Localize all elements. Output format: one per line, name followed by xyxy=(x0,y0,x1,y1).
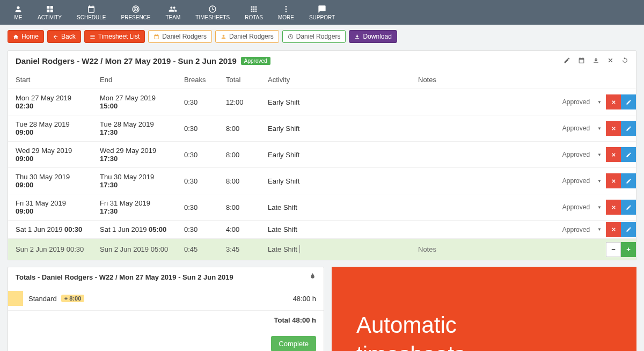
row-delete-button[interactable] xyxy=(606,147,621,162)
refresh-action[interactable] xyxy=(621,57,628,65)
calendar-action[interactable] xyxy=(578,57,585,65)
pencil-icon xyxy=(626,126,632,131)
totals-title: Totals - Daniel Rodgers - W22 / Mon 27 M… xyxy=(16,273,233,281)
status-dropdown[interactable]: Approved ▼ xyxy=(562,151,602,158)
nav-timesheets[interactable]: TIMESHEETS xyxy=(188,0,237,25)
row-edit-button[interactable] xyxy=(621,200,636,215)
close-icon xyxy=(611,204,617,210)
status-dropdown[interactable]: Approved ▼ xyxy=(562,125,602,132)
table-row: Mon 27 May 2019 02:30Mon 27 May 2019 15:… xyxy=(8,89,636,115)
nav-presence[interactable]: PRESENCE xyxy=(113,0,158,25)
th-breaks: Breaks xyxy=(177,71,218,89)
status-dropdown[interactable]: Approved ▼ xyxy=(562,226,602,233)
team-icon xyxy=(169,5,177,13)
back-button[interactable]: Back xyxy=(47,30,81,43)
close-icon xyxy=(607,57,614,64)
pencil-icon xyxy=(626,99,632,105)
download-action[interactable] xyxy=(592,57,599,65)
pencil-icon xyxy=(626,226,632,232)
entry-end-input[interactable] xyxy=(100,245,169,253)
entry-activity-input[interactable] xyxy=(268,245,300,253)
row-edit-button[interactable] xyxy=(621,121,636,136)
calendar-icon xyxy=(578,57,585,64)
status-dropdown[interactable]: Approved ▼ xyxy=(562,203,602,211)
nav-team[interactable]: TEAM xyxy=(158,0,188,25)
table-row: Wed 29 May 2019 09:00Wed 29 May 2019 17:… xyxy=(8,142,636,168)
entry-notes-input[interactable] xyxy=(418,245,532,253)
row-delete-button[interactable] xyxy=(606,200,621,215)
timesheet-list-button[interactable]: Timesheet List xyxy=(84,30,145,43)
row-delete-button[interactable] xyxy=(606,121,621,136)
user-icon xyxy=(221,34,226,40)
download-icon xyxy=(592,57,599,64)
standard-add-badge: + 8:00 xyxy=(61,295,85,302)
new-entry-row: −+ xyxy=(8,239,636,260)
timesheet-panel: Daniel Rodgers - W22 / Mon 27 May 2019 -… xyxy=(8,50,636,260)
row-edit-button[interactable] xyxy=(621,222,636,237)
entry-total-input[interactable] xyxy=(226,245,253,253)
edit-action[interactable] xyxy=(564,57,570,65)
nav-activity[interactable]: ACTIVITY xyxy=(30,0,69,25)
apps-icon xyxy=(250,5,258,13)
list-icon xyxy=(90,34,96,40)
arrow-left-icon xyxy=(53,34,58,40)
entry-remove-button[interactable]: − xyxy=(606,242,621,257)
table-row: Tue 28 May 2019 09:00Tue 28 May 2019 17:… xyxy=(8,115,636,142)
row-delete-button[interactable] xyxy=(606,94,621,109)
home-button[interactable]: Home xyxy=(8,30,44,43)
close-icon xyxy=(611,126,617,131)
complete-button[interactable]: Complete xyxy=(271,336,316,351)
table-row: Fri 31 May 2019 09:00Fri 31 May 2019 17:… xyxy=(8,194,636,221)
person-calendar-button[interactable]: Daniel Rodgers xyxy=(148,30,212,43)
top-nav: ME ACTIVITY SCHEDULE PRESENCE TEAM TIMES… xyxy=(0,0,644,25)
person-icon xyxy=(14,5,23,13)
status-dropdown[interactable]: Approved ▼ xyxy=(562,98,602,106)
nav-me[interactable]: ME xyxy=(6,0,30,25)
totals-standard-row: Standard + 8:00 48:00 h xyxy=(8,287,324,311)
svg-point-2 xyxy=(135,8,137,10)
close-action[interactable] xyxy=(607,57,614,65)
clock-icon xyxy=(288,34,294,40)
nav-schedule[interactable]: SCHEDULE xyxy=(69,0,113,25)
th-start: Start xyxy=(8,71,92,89)
totals-drop-icon[interactable] xyxy=(309,273,316,281)
person-clock-button[interactable]: Daniel Rodgers xyxy=(282,30,346,43)
entry-add-button[interactable]: + xyxy=(621,242,636,257)
pencil-icon xyxy=(626,178,632,184)
pencil-icon xyxy=(564,57,570,64)
standard-swatch xyxy=(8,291,23,306)
nav-support[interactable]: SUPPORT xyxy=(302,0,342,25)
pencil-icon xyxy=(626,152,632,158)
entry-breaks-input[interactable] xyxy=(184,245,211,253)
calendar-icon xyxy=(153,34,159,40)
status-dropdown[interactable]: Approved ▼ xyxy=(562,177,602,185)
entry-start-input[interactable] xyxy=(16,245,85,253)
calendar-icon xyxy=(87,5,96,13)
totals-panel: Totals - Daniel Rodgers - W22 / Mon 27 M… xyxy=(8,267,324,351)
clock-icon xyxy=(208,5,217,13)
row-delete-button[interactable] xyxy=(606,173,621,188)
close-icon xyxy=(611,178,617,184)
row-delete-button[interactable] xyxy=(606,222,621,237)
total-label: Total 48:00 h xyxy=(274,316,316,324)
toolbar: Home Back Timesheet List Daniel Rodgers … xyxy=(8,30,636,43)
nav-rotas[interactable]: ROTAS xyxy=(237,0,270,25)
person-user-button[interactable]: Daniel Rodgers xyxy=(215,30,279,43)
download-icon xyxy=(354,34,360,40)
close-icon xyxy=(611,152,617,158)
target-icon xyxy=(131,5,140,13)
row-edit-button[interactable] xyxy=(621,173,636,188)
table-row: Thu 30 May 2019 09:00Thu 30 May 2019 17:… xyxy=(8,168,636,194)
row-edit-button[interactable] xyxy=(621,94,636,109)
drop-icon xyxy=(309,273,316,280)
download-button[interactable]: Download xyxy=(349,30,397,43)
row-edit-button[interactable] xyxy=(621,147,636,162)
table-row: Sat 1 Jun 2019 00:30Sat 1 Jun 2019 05:00… xyxy=(8,221,636,239)
grid-icon xyxy=(46,5,54,13)
dots-icon xyxy=(284,5,288,13)
svg-point-6 xyxy=(286,11,287,12)
th-activity: Activity xyxy=(260,71,411,89)
approved-badge: Approved xyxy=(241,57,270,65)
th-notes: Notes xyxy=(411,71,539,89)
nav-more[interactable]: MORE xyxy=(270,0,302,25)
